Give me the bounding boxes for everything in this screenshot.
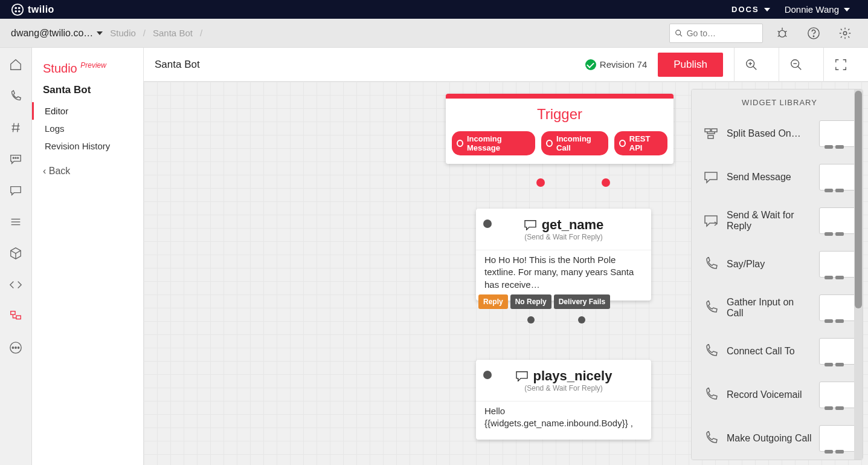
svg-line-34 <box>753 66 756 70</box>
breadcrumb-bar: dwang@twilio.co… Studio / Santa Bot / <box>0 19 868 48</box>
wl-send-wait[interactable]: Send & Wait for Reply <box>700 199 859 242</box>
svg-point-1 <box>14 7 17 9</box>
trigger-rest-terminal[interactable] <box>602 178 610 187</box>
breadcrumb-flow[interactable]: Santa Bot <box>153 28 193 38</box>
out-reply[interactable]: Reply <box>478 294 508 309</box>
widget-thumb <box>819 338 857 365</box>
brand-text: twilio <box>28 4 54 15</box>
svg-point-0 <box>12 4 23 15</box>
svg-point-21 <box>15 157 16 158</box>
chevron-down-icon <box>844 8 850 11</box>
rail-studio[interactable] <box>7 308 24 325</box>
twilio-logo[interactable]: twilio <box>11 3 54 16</box>
settings-button[interactable] <box>833 21 857 45</box>
back-link[interactable]: ‹ Back <box>32 155 143 187</box>
widget-thumb <box>819 294 857 321</box>
svg-point-2 <box>18 7 21 9</box>
breadcrumb-sep: / <box>143 28 146 38</box>
svg-point-32 <box>18 347 19 348</box>
wl-outgoing[interactable]: Make Outgoing Call <box>700 417 859 460</box>
widget-thumb <box>819 425 857 452</box>
out-terminal[interactable] <box>578 316 585 324</box>
phone-icon <box>702 388 719 402</box>
svg-point-3 <box>14 10 17 12</box>
node-anchor[interactable] <box>483 371 492 379</box>
wl-split[interactable]: Split Based On… <box>700 112 859 155</box>
wl-gather[interactable]: Gather Input on Call <box>700 286 859 330</box>
revision-label: Revision 74 <box>600 59 647 70</box>
widget-thumb <box>819 120 857 147</box>
svg-point-30 <box>12 347 13 348</box>
publish-button[interactable]: Publish <box>658 53 723 77</box>
widget-library-header: WIDGET LIBRARY <box>700 96 859 112</box>
svg-line-12 <box>785 35 787 36</box>
rail-package[interactable] <box>7 245 24 262</box>
svg-rect-44 <box>708 135 713 138</box>
rail-more[interactable] <box>7 339 24 356</box>
out-noreply[interactable]: No Reply <box>510 294 551 309</box>
search-input[interactable] <box>687 28 757 38</box>
wl-voicemail[interactable]: Record Voicemail <box>700 373 859 417</box>
message-icon <box>524 219 537 230</box>
rail-hash[interactable] <box>7 119 24 136</box>
wl-send-message[interactable]: Send Message <box>700 155 859 199</box>
account-switcher[interactable]: dwang@twilio.co… <box>11 28 103 39</box>
sidebar-item-revisions[interactable]: Revision History <box>32 137 143 155</box>
split-icon <box>702 126 719 141</box>
svg-rect-27 <box>11 311 15 315</box>
rail-list[interactable] <box>7 213 24 230</box>
widget-body: Hello {{widgets.get_name.inbound.Body}} … <box>476 401 651 440</box>
debug-button[interactable] <box>770 21 794 45</box>
trigger-port-message[interactable]: Incoming Message <box>452 131 535 155</box>
svg-line-10 <box>785 31 787 32</box>
phone-icon <box>702 344 719 359</box>
trigger-port-rest[interactable]: REST API <box>614 131 667 155</box>
node-anchor[interactable] <box>483 219 492 228</box>
widget-subtitle: (Send & Wait For Reply) <box>484 384 643 398</box>
docs-label: DOCS <box>731 5 759 14</box>
rail-code[interactable] <box>7 276 24 293</box>
svg-point-22 <box>18 157 19 158</box>
breadcrumb-sep: / <box>200 28 202 38</box>
widget-get-name[interactable]: get_name (Send & Wait For Reply) Ho Ho H… <box>476 209 651 301</box>
svg-point-14 <box>813 36 814 36</box>
zoom-in-button[interactable] <box>734 48 768 82</box>
breadcrumb-studio[interactable]: Studio <box>110 28 136 38</box>
studio-sidepanel: Studio Preview Santa Bot Editor Logs Rev… <box>32 48 144 465</box>
docs-menu[interactable]: DOCS <box>724 5 777 14</box>
out-deliveryfails[interactable]: Delivery Fails <box>554 294 610 309</box>
svg-rect-42 <box>705 129 710 132</box>
wl-say-play[interactable]: Say/Play <box>700 242 859 286</box>
sidebar-item-editor[interactable]: Editor <box>32 102 143 120</box>
global-search[interactable] <box>669 24 763 43</box>
rail-voice[interactable] <box>7 88 24 105</box>
flow-canvas[interactable]: Trigger Incoming Message Incoming Call R… <box>144 82 868 465</box>
trigger-node[interactable]: Trigger Incoming Message Incoming Call R… <box>446 94 674 164</box>
widget-body: Ho Ho Ho! This is the North Pole textlin… <box>476 250 651 301</box>
global-topbar: twilio DOCS Donnie Wang <box>0 0 868 19</box>
zoom-out-button[interactable] <box>779 48 812 82</box>
canvas-wrap: Santa Bot Revision 74 Publish <box>144 48 868 465</box>
trigger-call-terminal[interactable] <box>536 178 545 187</box>
library-scrollbar[interactable] <box>854 89 863 460</box>
svg-line-18 <box>13 123 14 132</box>
widget-thumb <box>819 382 857 408</box>
rail-messaging[interactable] <box>7 151 24 167</box>
svg-line-11 <box>778 35 780 36</box>
trigger-port-call[interactable]: Incoming Call <box>541 131 608 155</box>
sidebar-item-logs[interactable]: Logs <box>32 120 143 137</box>
fit-screen-button[interactable] <box>823 48 857 82</box>
phone-icon <box>702 301 719 315</box>
help-button[interactable] <box>802 21 826 45</box>
rail-home[interactable] <box>7 56 24 73</box>
svg-rect-28 <box>16 316 21 319</box>
message-icon <box>515 371 529 382</box>
wl-connect[interactable]: Connect Call To <box>700 330 859 373</box>
out-terminal[interactable] <box>527 316 535 324</box>
rail-chat[interactable] <box>7 182 24 199</box>
widget-subtitle: (Send & Wait For Reply) <box>484 233 643 247</box>
widget-plays-nicely[interactable]: plays_nicely (Send & Wait For Reply) Hel… <box>476 360 651 440</box>
phone-icon <box>702 257 719 272</box>
studio-title: Studio Preview <box>32 61 143 84</box>
user-menu[interactable]: Donnie Wang <box>777 4 857 15</box>
